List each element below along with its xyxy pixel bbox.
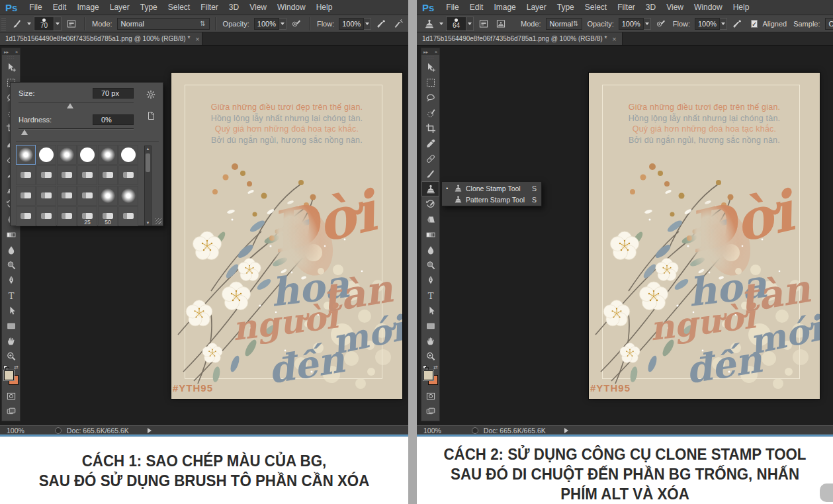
hardness-value-field[interactable]: 0% <box>93 114 134 125</box>
panel-grip-icon[interactable]: :::: <box>421 55 439 60</box>
path-selection-tool[interactable] <box>2 303 20 318</box>
brush-preset[interactable] <box>16 206 36 226</box>
zoom-tool[interactable] <box>421 349 439 364</box>
brush-preset[interactable] <box>98 165 118 185</box>
gradient-tool[interactable] <box>2 227 20 242</box>
new-brush-icon[interactable] <box>146 110 156 121</box>
blur-tool[interactable] <box>421 242 439 257</box>
pen-tool[interactable] <box>2 273 20 288</box>
menu-item[interactable]: Help <box>311 3 338 12</box>
menu-item[interactable]: Type <box>135 3 163 12</box>
menu-item[interactable]: Window <box>689 3 728 12</box>
document-tab[interactable]: 1d175b1564490e8fe06f7435b6d785a1.png @ 1… <box>417 32 623 45</box>
menu-item[interactable]: Layer <box>105 3 135 12</box>
sample-select[interactable]: Curr <box>825 18 833 30</box>
menu-item[interactable]: File <box>24 3 47 12</box>
move-tool[interactable] <box>421 60 439 75</box>
path-selection-tool[interactable] <box>421 303 439 318</box>
menu-item[interactable]: Filter <box>195 3 224 12</box>
menu-item[interactable]: Select <box>163 3 195 12</box>
hand-tool[interactable] <box>2 333 20 349</box>
history-brush-tool[interactable] <box>421 196 439 212</box>
toggle-clone-source-button[interactable] <box>494 17 508 30</box>
menu-item[interactable]: Help <box>728 3 755 12</box>
brush-preset[interactable] <box>118 206 138 226</box>
hardness-slider[interactable] <box>19 128 134 136</box>
brush-preset[interactable] <box>57 206 77 226</box>
brush-preset[interactable] <box>118 186 138 206</box>
opacity-control[interactable]: 100% <box>619 18 651 30</box>
brush-preset[interactable] <box>36 165 56 185</box>
eyedropper-tool[interactable] <box>421 136 439 151</box>
brush-preset[interactable] <box>57 186 77 206</box>
tools-panel-header[interactable]: ▸▸× <box>421 48 439 55</box>
aligned-checkbox[interactable]: ✓ <box>751 20 758 28</box>
brush-preview-control[interactable]: 64 <box>446 17 474 31</box>
brush-preset[interactable] <box>118 145 138 165</box>
airbrush-pressure-icon[interactable] <box>374 17 388 30</box>
gradient-tool[interactable] <box>421 227 439 242</box>
resize-grip-icon[interactable] <box>155 218 161 224</box>
zoom-level-field[interactable]: 100% <box>7 427 24 435</box>
brush-preset[interactable]: 25 <box>77 206 97 226</box>
swap-colors-icon[interactable]: ⇄ <box>14 364 19 370</box>
menu-item[interactable]: Image <box>488 3 521 12</box>
brush-preset[interactable] <box>98 145 118 165</box>
menu-item[interactable]: File <box>441 3 464 12</box>
quick-mask-button[interactable] <box>2 388 20 403</box>
healing-brush-tool[interactable] <box>421 151 439 166</box>
status-options-arrow-icon[interactable] <box>564 428 568 433</box>
menu-item[interactable]: Filter <box>612 3 640 12</box>
tablet-opacity-pressure-icon[interactable] <box>289 17 304 30</box>
canvas[interactable]: Giữa những điều tươi đẹp trên thế gian.H… <box>171 73 402 399</box>
type-tool[interactable] <box>421 288 439 303</box>
dodge-tool[interactable] <box>2 257 20 273</box>
canvas[interactable]: Giữa những điều tươi đẹp trên thế gian.H… <box>589 73 820 399</box>
chevron-down-icon[interactable] <box>27 22 31 25</box>
size-slider[interactable] <box>19 102 134 109</box>
brush-preset[interactable] <box>16 186 36 206</box>
menu-item[interactable]: Edit <box>464 3 489 12</box>
swap-colors-icon[interactable]: ⇄ <box>433 364 438 370</box>
crop-tool[interactable] <box>421 120 439 136</box>
screen-mode-button[interactable] <box>421 403 439 419</box>
pen-tool[interactable] <box>421 273 439 288</box>
flow-control[interactable]: 100% <box>695 18 727 30</box>
zoom-tool[interactable] <box>2 349 20 364</box>
foreground-color-swatch[interactable] <box>423 370 433 380</box>
brush-preset[interactable] <box>16 165 36 185</box>
menu-item[interactable]: 3D <box>224 3 244 12</box>
opacity-control[interactable]: 100% <box>254 18 286 30</box>
scrollbar[interactable]: ▲ ▼ <box>144 146 152 226</box>
brush-preset[interactable] <box>77 165 97 185</box>
flow-control[interactable]: 100% <box>339 18 371 30</box>
size-value-field[interactable]: 70 px <box>93 88 134 99</box>
close-icon[interactable]: × <box>195 35 199 43</box>
menu-item[interactable]: Select <box>580 3 612 12</box>
brush-preset[interactable] <box>36 145 56 165</box>
eraser-tool[interactable] <box>421 212 439 227</box>
brush-preset[interactable] <box>118 165 138 185</box>
lasso-tool[interactable] <box>421 90 439 105</box>
rectangular-marquee-tool[interactable] <box>421 75 439 90</box>
close-icon[interactable]: × <box>612 35 616 43</box>
mode-select[interactable]: Normal⇅ <box>117 18 210 30</box>
brush-preset[interactable] <box>77 186 97 206</box>
foreground-color-swatch[interactable] <box>4 370 14 380</box>
mode-select[interactable]: Normal⇅ <box>546 18 583 30</box>
document-tab[interactable]: 1d175b1564490e8fe06f7435b6d785a1.png @ 1… <box>0 32 202 45</box>
airbrush-icon[interactable] <box>391 17 406 30</box>
menu-item[interactable]: View <box>661 3 689 12</box>
brush-preset[interactable] <box>57 165 77 185</box>
move-tool[interactable] <box>2 60 20 75</box>
tablet-opacity-pressure-icon[interactable] <box>654 17 668 30</box>
zoom-level-field[interactable]: 100% <box>423 427 441 435</box>
hand-tool[interactable] <box>421 333 439 349</box>
status-options-arrow-icon[interactable] <box>148 428 152 433</box>
chevron-down-icon[interactable] <box>439 22 443 25</box>
panel-grip-icon[interactable]: :::: <box>2 55 20 60</box>
brush-preset[interactable] <box>77 145 97 165</box>
flyout-clone-stamp-tool[interactable]: Clone Stamp Tool S <box>443 183 541 194</box>
clone-stamp-tool[interactable] <box>421 181 439 196</box>
toggle-brush-panel-button[interactable] <box>476 17 491 30</box>
